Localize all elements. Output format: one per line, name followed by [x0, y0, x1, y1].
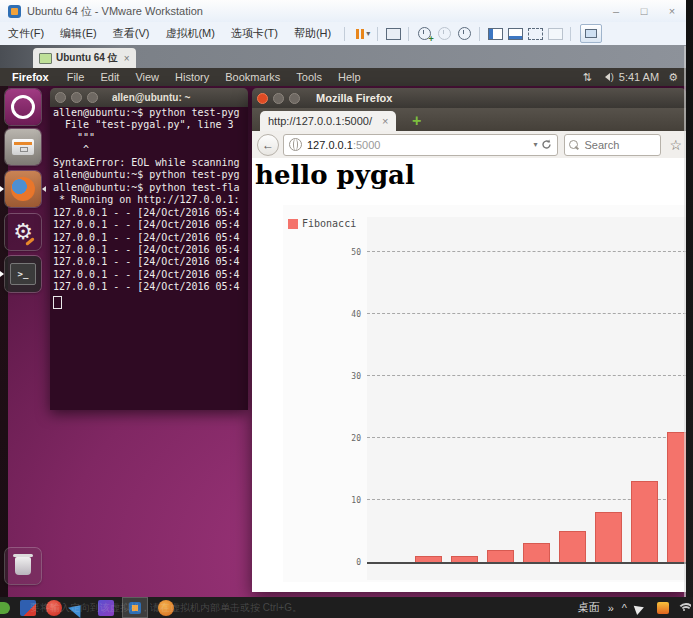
- panel-clock[interactable]: 5:41 AM: [619, 71, 659, 83]
- take-snapshot-icon[interactable]: +: [415, 26, 433, 42]
- show-library-icon[interactable]: [486, 26, 504, 42]
- y-tick-label: 0: [323, 558, 361, 567]
- network-wifi-icon[interactable]: [677, 603, 691, 613]
- network-indicator-icon[interactable]: ⇅: [583, 71, 592, 84]
- snapshot-manager-icon[interactable]: [455, 26, 473, 42]
- y-gridline: [367, 251, 686, 252]
- y-gridline: [367, 313, 686, 314]
- input-method-icon[interactable]: [634, 600, 651, 614]
- toolbar-separator: [408, 27, 409, 41]
- pause-dropdown-icon[interactable]: ▾: [366, 29, 370, 38]
- site-identity-globe-icon[interactable]: [289, 138, 302, 151]
- terminal-window[interactable]: allen@ubuntu: ~ allen@ubuntu:~$ python t…: [50, 88, 248, 410]
- taskbar-partial-icon[interactable]: [0, 602, 10, 614]
- tab-url-label: http://127.0.0.1:5000/: [268, 115, 372, 127]
- desktop-toolbar-label[interactable]: 桌面: [578, 600, 600, 615]
- tray-expand-icon[interactable]: ^: [622, 602, 627, 614]
- ff-menu-file[interactable]: File: [59, 71, 93, 83]
- ff-menu-tools[interactable]: Tools: [288, 71, 330, 83]
- firefox-titlebar[interactable]: Mozilla Firefox: [252, 88, 686, 108]
- trash-button[interactable]: [5, 548, 41, 584]
- terminal-line: """: [50, 132, 248, 144]
- reload-icon[interactable]: [541, 139, 552, 150]
- terminal-line: 127.0.0.1 - - [24/Oct/2016 05:4: [50, 269, 248, 281]
- terminal-line: File "test-pygal.py", line 3: [50, 119, 248, 131]
- y-tick-label: 40: [323, 310, 361, 319]
- bar-fibonacci-4[interactable]: [523, 543, 550, 562]
- dash-home-button[interactable]: [5, 89, 41, 125]
- search-box[interactable]: [564, 134, 661, 156]
- firefox-close-icon[interactable]: [257, 93, 268, 104]
- system-settings-button[interactable]: ⚙: [5, 214, 41, 250]
- tab-close-icon[interactable]: ×: [382, 115, 388, 127]
- toolbar-separator: [570, 27, 571, 41]
- menu-help[interactable]: 帮助(H): [286, 23, 339, 44]
- minimize-button[interactable]: –: [602, 0, 630, 22]
- vmware-app-icon: [8, 5, 21, 18]
- pause-vm-icon[interactable]: [356, 29, 364, 39]
- firefox-active-tab[interactable]: http://127.0.0.1:5000/ ×: [260, 111, 396, 131]
- ff-menu-history[interactable]: History: [167, 71, 217, 83]
- ff-menu-edit[interactable]: Edit: [92, 71, 127, 83]
- toolbar-chevron-icon[interactable]: »: [608, 602, 614, 614]
- send-ctrl-alt-del-icon[interactable]: [384, 26, 402, 42]
- menu-vm[interactable]: 虚拟机(M): [157, 23, 223, 44]
- panel-app-name[interactable]: Firefox: [12, 71, 49, 83]
- menu-file[interactable]: 文件(F): [0, 23, 52, 44]
- back-button[interactable]: ←: [257, 134, 279, 156]
- show-thumbnail-bar-icon[interactable]: [506, 26, 524, 42]
- ff-menu-bookmarks[interactable]: Bookmarks: [217, 71, 288, 83]
- vmware-input-hint-watermark: 要将输入定向到该虚拟机，请在虚拟机内部单击或按 Ctrl+G。: [30, 601, 330, 615]
- unity-mode-icon[interactable]: [546, 26, 564, 42]
- menu-edit[interactable]: 编辑(E): [52, 23, 105, 44]
- bar-fibonacci-7[interactable]: [631, 481, 658, 562]
- vm-monitor-icon: [39, 53, 52, 64]
- menu-view[interactable]: 查看(V): [105, 23, 158, 44]
- vm-tab-ubuntu[interactable]: Ubuntu 64 位 ×: [33, 48, 136, 68]
- session-gear-icon[interactable]: ⚙: [668, 71, 678, 84]
- screenshot-root: Ubuntu 64 位 - VMware Workstation – □ × 文…: [0, 0, 693, 618]
- terminal-close-icon[interactable]: [55, 92, 66, 103]
- focused-indicator-arrow: [39, 186, 46, 192]
- files-button[interactable]: [5, 129, 41, 165]
- ff-menu-view[interactable]: View: [127, 71, 167, 83]
- new-tab-button[interactable]: +: [412, 113, 421, 129]
- firefox-tabstrip: http://127.0.0.1:5000/ × +: [252, 108, 686, 131]
- console-view-button[interactable]: [580, 24, 602, 43]
- legend-label: Fibonacci: [302, 218, 356, 229]
- bar-fibonacci-2[interactable]: [451, 556, 478, 562]
- terminal-title: allen@ubuntu: ~: [112, 92, 190, 103]
- terminal-minimize-icon[interactable]: [71, 92, 82, 103]
- bar-fibonacci-5[interactable]: [559, 531, 586, 562]
- close-button[interactable]: ×: [658, 0, 686, 22]
- bar-fibonacci-6[interactable]: [595, 512, 622, 562]
- terminal-line: allen@ubuntu:~$ python test-fla: [50, 182, 248, 194]
- terminal-line: ^: [50, 144, 248, 156]
- search-input[interactable]: [582, 138, 646, 152]
- url-bar[interactable]: 127.0.0.1 :5000 ▾: [283, 134, 558, 156]
- vm-tab-close-icon[interactable]: ×: [122, 53, 130, 64]
- terminal-output[interactable]: allen@ubuntu:~$ python test-pyg File "te…: [50, 107, 248, 410]
- volume-icon[interactable]: [601, 73, 610, 81]
- trash-icon: [15, 557, 31, 575]
- fullscreen-icon[interactable]: [526, 26, 544, 42]
- revert-snapshot-icon[interactable]: [435, 26, 453, 42]
- firefox-launcher-button[interactable]: [5, 171, 41, 207]
- terminal-line: 127.0.0.1 - - [24/Oct/2016 05:4: [50, 219, 248, 231]
- url-dropdown-icon[interactable]: ▾: [533, 140, 537, 149]
- firefox-maximize-icon[interactable]: [289, 93, 300, 104]
- firefox-minimize-icon[interactable]: [273, 93, 284, 104]
- maximize-button[interactable]: □: [630, 0, 658, 22]
- ff-menu-help[interactable]: Help: [330, 71, 369, 83]
- firefox-navbar: ← 127.0.0.1 :5000 ▾ ☆: [252, 131, 686, 159]
- terminal-titlebar[interactable]: allen@ubuntu: ~: [50, 88, 248, 107]
- terminal-line: 127.0.0.1 - - [24/Oct/2016 05:4: [50, 244, 248, 256]
- firefox-window[interactable]: Mozilla Firefox http://127.0.0.1:5000/ ×…: [252, 88, 686, 592]
- bar-fibonacci-1[interactable]: [415, 556, 442, 562]
- terminal-maximize-icon[interactable]: [87, 92, 98, 103]
- chart-legend[interactable]: Fibonacci: [288, 218, 356, 229]
- menu-tabs[interactable]: 选项卡(T): [223, 23, 286, 44]
- tray-app-icon[interactable]: [657, 602, 669, 614]
- bar-fibonacci-3[interactable]: [487, 550, 514, 562]
- terminal-launcher-button[interactable]: >_: [5, 256, 41, 292]
